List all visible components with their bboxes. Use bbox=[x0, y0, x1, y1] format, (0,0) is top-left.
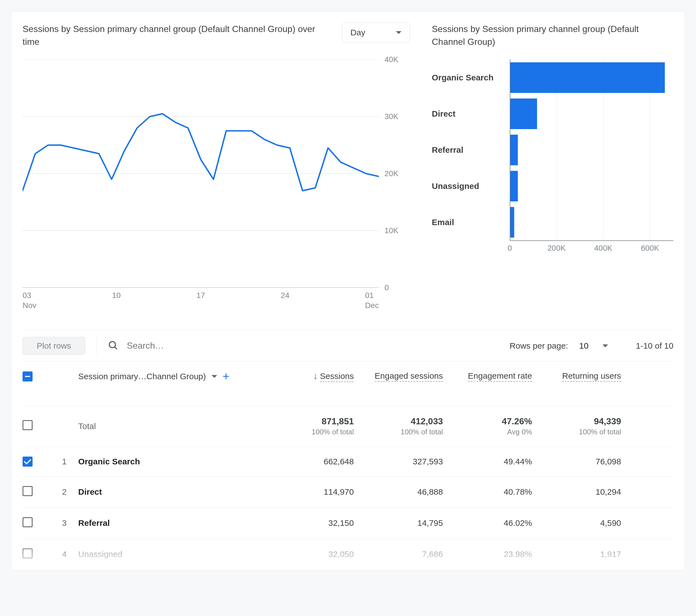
bar-row[interactable]: Referral bbox=[432, 132, 674, 168]
svg-line-6 bbox=[115, 347, 117, 349]
search-input[interactable] bbox=[127, 341, 499, 351]
cell-sessions: 114,970 bbox=[265, 487, 354, 497]
table-row[interactable]: 3 Referral 32,150 14,795 46.02% 4,590 bbox=[22, 508, 674, 539]
bar-label: Unassigned bbox=[432, 181, 510, 191]
line-chart-y-axis: 40K 30K 20K 10K 0 bbox=[379, 60, 410, 288]
row-index: 4 bbox=[50, 550, 78, 559]
line-chart-title: Sessions by Session primary channel grou… bbox=[22, 22, 334, 48]
cell-returning: 1,917 bbox=[532, 550, 621, 559]
search-icon bbox=[108, 340, 118, 352]
cell-engaged: 14,795 bbox=[354, 518, 443, 528]
granularity-select[interactable]: Day bbox=[343, 22, 410, 43]
table-total-row: Total 871,851100% of total 412,033100% o… bbox=[22, 406, 674, 447]
total-label: Total bbox=[78, 422, 265, 431]
line-chart-panel: Sessions by Session primary channel grou… bbox=[22, 22, 410, 311]
cell-sessions: 32,150 bbox=[265, 518, 354, 528]
bar-row[interactable]: Organic Search bbox=[432, 60, 674, 96]
svg-point-5 bbox=[109, 341, 115, 347]
bar-row[interactable]: Direct bbox=[432, 96, 674, 132]
granularity-value: Day bbox=[350, 28, 365, 37]
bar-label: Direct bbox=[432, 109, 510, 118]
chevron-down-icon bbox=[211, 375, 217, 378]
chevron-down-icon bbox=[396, 31, 401, 34]
bar-label: Referral bbox=[432, 145, 510, 155]
row-checkbox[interactable] bbox=[22, 548, 33, 558]
column-engaged-sessions[interactable]: Engaged sessions bbox=[354, 371, 443, 382]
cell-returning: 10,294 bbox=[532, 487, 621, 497]
bar-label: Email bbox=[432, 217, 510, 227]
row-checkbox[interactable] bbox=[22, 457, 33, 467]
plot-rows-button[interactable]: Plot rows bbox=[22, 337, 85, 355]
bar-label: Organic Search bbox=[432, 73, 510, 82]
cell-engaged: 327,593 bbox=[354, 457, 443, 466]
column-returning-users[interactable]: Returning users bbox=[532, 371, 621, 382]
analytics-card: Sessions by Session primary channel grou… bbox=[11, 11, 685, 570]
table-row[interactable]: 4 Unassigned 32,050 7,686 23.98% 1,917 bbox=[22, 539, 674, 570]
column-engagement-rate[interactable]: Engagement rate bbox=[443, 371, 532, 382]
row-index: 2 bbox=[50, 487, 78, 497]
line-chart[interactable] bbox=[22, 60, 379, 288]
cell-rate: 40.78% bbox=[443, 487, 532, 497]
cell-sessions: 662,648 bbox=[265, 457, 354, 466]
add-dimension-icon[interactable]: + bbox=[223, 370, 230, 383]
cell-returning: 76,098 bbox=[532, 457, 621, 466]
bar-row[interactable]: Email bbox=[432, 204, 674, 240]
rows-per-page-label: Rows per page: bbox=[509, 341, 568, 351]
table-row[interactable]: 1 Organic Search 662,648 327,593 49.44% … bbox=[22, 447, 674, 476]
dimension-header[interactable]: Session primary…Channel Group) + bbox=[78, 370, 265, 383]
cell-engaged: 7,686 bbox=[354, 550, 443, 559]
row-name: Direct bbox=[78, 487, 265, 497]
cell-engaged: 46,888 bbox=[354, 487, 443, 497]
row-index: 3 bbox=[50, 518, 78, 528]
bar-chart-title: Sessions by Session primary channel grou… bbox=[432, 22, 674, 48]
row-name: Organic Search bbox=[78, 457, 265, 466]
row-index: 1 bbox=[50, 457, 78, 466]
chevron-down-icon bbox=[602, 344, 608, 347]
select-all-checkbox[interactable] bbox=[22, 371, 33, 382]
row-checkbox[interactable] bbox=[22, 517, 33, 527]
bar-chart[interactable]: Organic Search Direct Referral Unassigne… bbox=[432, 60, 674, 257]
rows-per-page-select[interactable]: 10 bbox=[579, 338, 608, 353]
pagination-text: 1-10 of 10 bbox=[636, 341, 674, 351]
cell-rate: 49.44% bbox=[443, 457, 532, 466]
bar-row[interactable]: Unassigned bbox=[432, 168, 674, 204]
table-row[interactable]: 2 Direct 114,970 46,888 40.78% 10,294 bbox=[22, 476, 674, 508]
sort-descending-icon: ↓ bbox=[313, 371, 318, 381]
cell-rate: 23.98% bbox=[443, 550, 532, 559]
total-checkbox[interactable] bbox=[22, 420, 33, 430]
bar-chart-panel: Sessions by Session primary channel grou… bbox=[432, 22, 674, 311]
cell-sessions: 32,050 bbox=[265, 550, 354, 559]
column-sessions[interactable]: ↓Sessions bbox=[265, 371, 354, 382]
divider bbox=[96, 336, 97, 356]
table-header: Session primary…Channel Group) + ↓Sessio… bbox=[22, 361, 674, 406]
row-name: Referral bbox=[78, 518, 265, 528]
row-name: Unassigned bbox=[78, 550, 265, 559]
line-chart-x-axis: 03 Nov 10 17 24 01 Dec bbox=[22, 290, 379, 311]
table-toolbar: Plot rows Rows per page: 10 1-10 of 10 bbox=[22, 330, 674, 361]
bar-chart-x-axis: 0200K400K600K bbox=[510, 240, 674, 257]
row-checkbox[interactable] bbox=[22, 486, 33, 496]
cell-rate: 46.02% bbox=[443, 518, 532, 528]
cell-returning: 4,590 bbox=[532, 518, 621, 528]
